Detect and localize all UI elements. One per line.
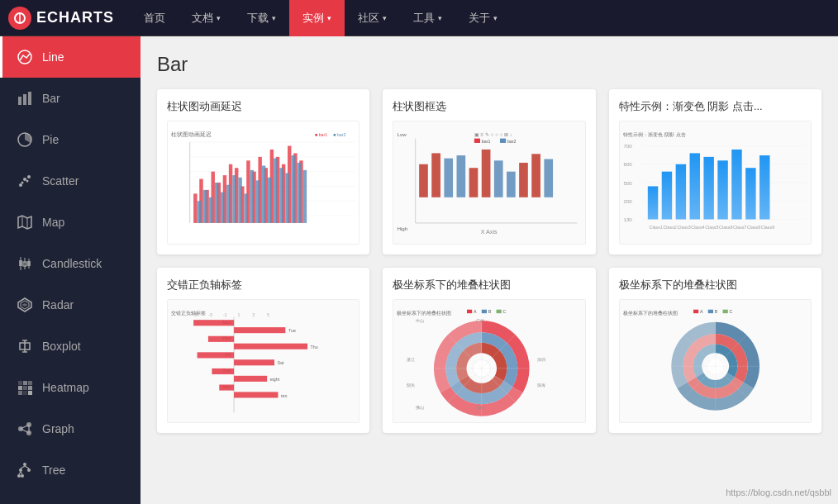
svg-text:-3: -3 — [208, 312, 212, 317]
sidebar-label-map: Map — [42, 216, 64, 229]
svg-rect-85 — [215, 183, 218, 223]
sidebar-item-radar[interactable]: Radar — [0, 284, 140, 326]
svg-rect-163 — [234, 359, 274, 365]
svg-text:极坐标系下的堆叠柱状图: 极坐标系下的堆叠柱状图 — [397, 310, 452, 316]
sidebar-label-tree: Tree — [42, 464, 65, 477]
pie-icon — [16, 131, 34, 149]
svg-text:High: High — [398, 226, 408, 231]
svg-rect-3 — [18, 97, 21, 105]
svg-rect-97 — [285, 173, 288, 223]
chart-card-1[interactable]: 柱状图动画延迟 柱状图动画延迟 ■ bar1 ■ bar2 — [157, 89, 369, 254]
svg-text:130: 130 — [623, 216, 632, 222]
svg-point-10 — [21, 182, 24, 184]
svg-rect-115 — [532, 154, 541, 197]
svg-rect-91 — [250, 170, 254, 223]
svg-point-47 — [17, 474, 21, 478]
nav-about[interactable]: 关于▾ — [455, 0, 511, 36]
chart-card-3[interactable]: 特性示例：渐变色 阴影 点击... 特性示例：渐变色 阴影 点击 — [609, 89, 821, 254]
svg-rect-111 — [482, 150, 491, 197]
chart-title-4: 交错正负轴标签 — [167, 278, 359, 292]
chart-title-1: 柱状图动画延迟 — [167, 99, 359, 114]
nav-tools[interactable]: 工具▾ — [400, 0, 455, 36]
sidebar-item-map[interactable]: Map — [0, 202, 140, 243]
svg-text:B: B — [488, 309, 492, 314]
svg-text:C: C — [503, 309, 507, 314]
svg-text:■ bar1: ■ bar1 — [315, 132, 327, 137]
svg-rect-4 — [23, 94, 26, 105]
nav-examples[interactable]: 实例▾ — [289, 0, 345, 36]
svg-rect-93 — [262, 166, 265, 223]
sidebar-item-heatmap[interactable]: Heatmap — [0, 367, 140, 408]
svg-text:600: 600 — [623, 161, 632, 167]
svg-rect-33 — [23, 386, 27, 390]
svg-marker-22 — [22, 303, 27, 307]
svg-rect-139 — [731, 150, 741, 220]
svg-text:Class7: Class7 — [733, 225, 746, 230]
svg-line-52 — [21, 472, 22, 474]
svg-rect-162 — [198, 352, 234, 358]
sidebar-label-heatmap: Heatmap — [42, 381, 89, 394]
svg-rect-90 — [245, 193, 248, 223]
boxplot-icon — [16, 337, 34, 355]
sidebar-item-line[interactable]: Line — [0, 36, 140, 78]
svg-point-44 — [23, 463, 26, 466]
chart-card-4[interactable]: 交错正负轴标签 交错正负轴标签 Mon Tue — [157, 268, 369, 433]
chart-card-6[interactable]: 极坐标系下的堆叠柱状图 极坐标系下的堆叠柱状图 A B C — [609, 268, 821, 433]
svg-text:A: A — [474, 309, 477, 314]
svg-rect-118 — [474, 139, 480, 143]
graph-icon — [16, 420, 34, 438]
svg-rect-182 — [482, 310, 487, 313]
svg-text:Class1: Class1 — [649, 225, 662, 230]
svg-rect-113 — [507, 172, 516, 197]
sidebar-item-scatter[interactable]: Scatter — [0, 160, 140, 202]
sidebar: Line Bar Pie Scatter Map — [0, 36, 140, 504]
logo-text: ECHARTS — [36, 9, 114, 26]
chart-preview-2: Low High ▣ ≡ ✎ ○ ○ ○ ⊠ ↓ — [393, 121, 585, 245]
svg-text:深圳: 深圳 — [538, 357, 546, 362]
nav-home[interactable]: 首页 — [131, 0, 179, 36]
chart-preview-1: 柱状图动画延迟 ■ bar1 ■ bar2 — [167, 121, 359, 245]
svg-text:交错正负轴标签: 交错正负轴标签 — [171, 310, 206, 316]
svg-point-46 — [27, 468, 31, 472]
community-caret: ▾ — [383, 14, 387, 22]
svg-rect-19 — [27, 261, 31, 266]
nav-docs[interactable]: 文档▾ — [179, 0, 234, 36]
svg-text:bar2: bar2 — [507, 139, 517, 144]
svg-rect-99 — [298, 163, 301, 223]
svg-text:Class8: Class8 — [747, 225, 760, 230]
svg-text:200: 200 — [623, 198, 632, 204]
svg-rect-166 — [212, 368, 234, 374]
svg-rect-87 — [226, 185, 230, 223]
svg-text:湛江: 湛江 — [407, 357, 415, 362]
svg-rect-63 — [193, 193, 197, 223]
logo[interactable]: ECHARTS — [8, 7, 114, 30]
svg-text:eight: eight — [270, 377, 280, 382]
sidebar-label-bar: Bar — [42, 92, 60, 105]
svg-rect-109 — [457, 155, 466, 197]
svg-rect-35 — [18, 391, 22, 395]
chart-card-5[interactable]: 极坐标系下的堆叠柱状图 极坐标系下的堆叠柱状图 A B C — [383, 268, 595, 433]
sidebar-item-tree[interactable]: Tree — [0, 449, 140, 491]
sidebar-item-bar[interactable]: Bar — [0, 78, 140, 119]
svg-rect-89 — [238, 178, 241, 223]
nav-download[interactable]: 下载▾ — [234, 0, 289, 36]
svg-text:广州: 广州 — [476, 318, 484, 323]
svg-rect-98 — [291, 155, 294, 223]
svg-rect-140 — [745, 168, 755, 219]
svg-rect-200 — [693, 310, 698, 313]
sidebar-label-candlestick: Candlestick — [42, 257, 102, 270]
sidebar-item-boxplot[interactable]: Boxplot — [0, 326, 140, 367]
svg-text:500: 500 — [623, 180, 632, 186]
svg-rect-120 — [500, 139, 506, 143]
sidebar-item-candlestick[interactable]: Candlestick — [0, 243, 140, 284]
chart-title-2: 柱状图框选 — [393, 99, 585, 114]
svg-rect-106 — [419, 164, 428, 197]
chart-card-2[interactable]: 柱状图框选 Low High ▣ ≡ ✎ ○ ○ ○ ⊠ ↓ — [383, 89, 595, 254]
chart-grid: 柱状图动画延迟 柱状图动画延迟 ■ bar1 ■ bar2 — [157, 89, 821, 433]
svg-rect-158 — [208, 336, 234, 342]
svg-rect-112 — [494, 160, 503, 197]
sidebar-item-pie[interactable]: Pie — [0, 119, 140, 160]
svg-rect-82 — [198, 201, 201, 223]
sidebar-item-graph[interactable]: Graph — [0, 408, 140, 449]
nav-community[interactable]: 社区▾ — [345, 0, 400, 36]
